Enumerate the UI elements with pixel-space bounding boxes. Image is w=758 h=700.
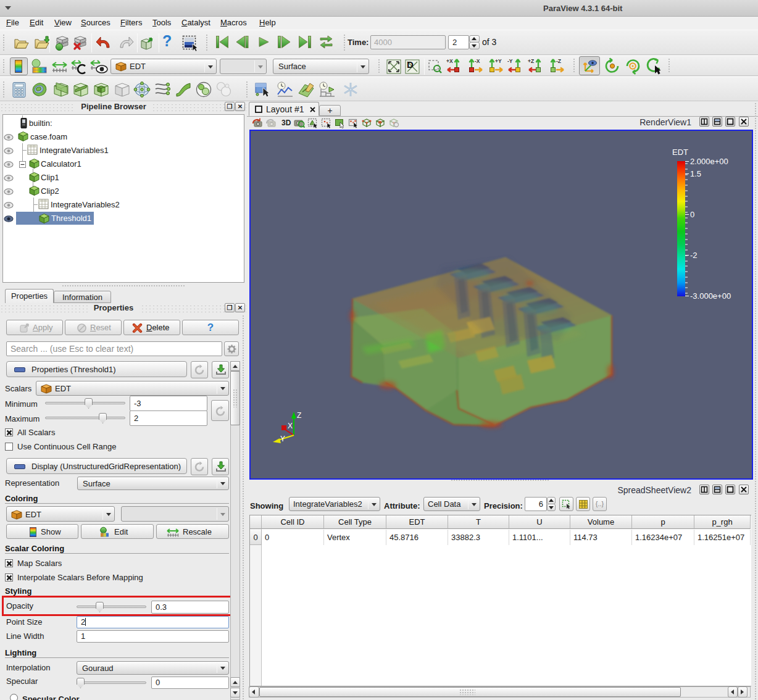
- svg-text:+Y: +Y: [495, 58, 502, 64]
- svg-text:X: X: [288, 422, 293, 430]
- svg-text:1.5: 1.5: [690, 169, 701, 178]
- svg-text:Z: Z: [297, 411, 301, 420]
- svg-text:-X: -X: [475, 58, 480, 64]
- svg-text:-2: -2: [690, 251, 698, 260]
- svg-text:2.000e+00: 2.000e+00: [690, 157, 728, 166]
- svg-text:D: D: [407, 59, 414, 70]
- svg-text:+X: +X: [446, 58, 453, 64]
- svg-text:+Z: +Z: [528, 58, 534, 64]
- svg-text:-3.000e+00: -3.000e+00: [690, 291, 731, 301]
- svg-text:3D: 3D: [281, 119, 291, 127]
- svg-text:-Y: -Y: [507, 58, 513, 64]
- svg-text:-Z: -Z: [556, 58, 561, 64]
- svg-text:EDT: EDT: [672, 148, 688, 157]
- svg-text:0: 0: [690, 210, 694, 219]
- svg-text:Y: Y: [280, 435, 285, 443]
